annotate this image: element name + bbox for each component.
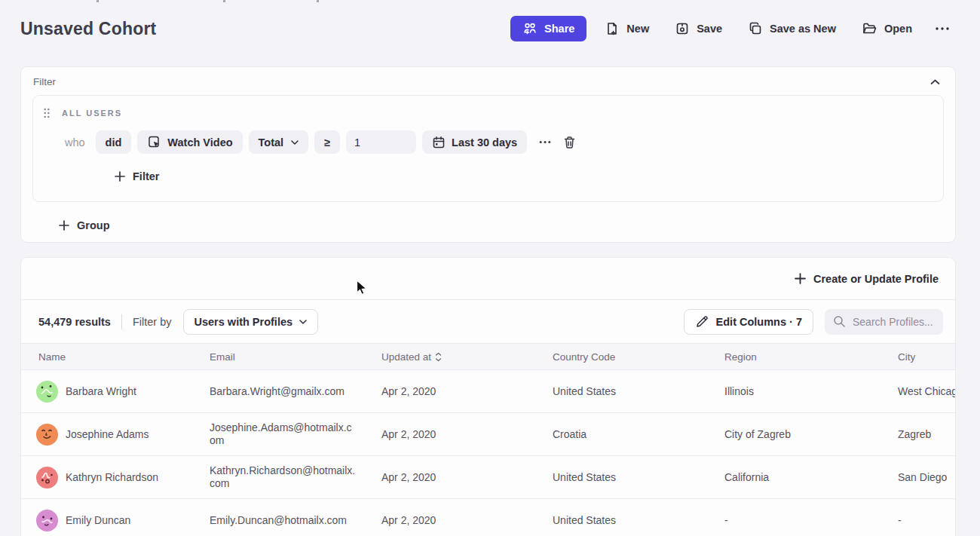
clipped-breadcrumb bbox=[0, 0, 980, 3]
operator-chip[interactable]: ≥ bbox=[314, 130, 340, 154]
table-row[interactable]: Josephine Adams Josephine.Adams@hotmailx… bbox=[21, 413, 955, 456]
open-button[interactable]: Open bbox=[854, 16, 920, 41]
profile-updated-at: Apr 2, 2020 bbox=[381, 385, 553, 397]
more-actions-button[interactable] bbox=[930, 16, 954, 41]
operator-label: ≥ bbox=[324, 136, 330, 149]
filter-panel: Filter ALL USERS who did bbox=[20, 66, 956, 243]
save-as-new-button[interactable]: Save as New bbox=[740, 16, 844, 41]
profile-city: Zagreb bbox=[898, 428, 955, 440]
did-chip[interactable]: did bbox=[96, 130, 132, 154]
event-click-icon bbox=[147, 135, 161, 149]
profile-email: Barbara.Wright@gmailx.com bbox=[210, 385, 357, 398]
plus-icon bbox=[59, 220, 69, 231]
group-title: ALL USERS bbox=[62, 109, 122, 118]
collapse-filter-button[interactable] bbox=[929, 78, 942, 87]
column-header-updated-at[interactable]: Updated at bbox=[381, 351, 553, 363]
page-title: Unsaved Cohort bbox=[20, 19, 156, 39]
profile-name: Barbara Wright bbox=[66, 385, 136, 397]
did-label: did bbox=[106, 136, 122, 149]
save-label: Save bbox=[697, 23, 722, 35]
delete-clause-button[interactable] bbox=[557, 133, 582, 152]
table-row[interactable]: Barbara Wright Barbara.Wright@gmailx.com… bbox=[21, 370, 955, 413]
who-label: who bbox=[65, 136, 85, 149]
save-button[interactable]: Save bbox=[667, 16, 730, 41]
event-chip[interactable]: Watch Video bbox=[137, 130, 242, 154]
chevron-down-icon bbox=[299, 320, 307, 324]
date-range-label: Last 30 days bbox=[452, 136, 517, 149]
new-label: New bbox=[626, 23, 649, 35]
profile-updated-at: Apr 2, 2020 bbox=[381, 428, 553, 440]
sort-icon[interactable] bbox=[435, 352, 442, 362]
column-header-region[interactable]: Region bbox=[724, 351, 898, 363]
results-panel: Create or Update Profile 54,479 results … bbox=[20, 257, 956, 536]
profile-updated-at: Apr 2, 2020 bbox=[381, 471, 553, 483]
table-row[interactable]: Kathryn Richardson Kathryn.Richardson@ho… bbox=[21, 456, 955, 499]
more-horizontal-icon bbox=[935, 26, 950, 31]
plus-icon bbox=[795, 273, 806, 284]
filter-by-label: Filter by bbox=[133, 316, 172, 328]
duplicate-icon bbox=[748, 21, 763, 36]
divider bbox=[121, 314, 122, 329]
column-header-city[interactable]: City bbox=[898, 351, 955, 363]
column-header-name[interactable]: Name bbox=[38, 351, 210, 363]
profile-region: City of Zagreb bbox=[724, 428, 898, 440]
search-input[interactable] bbox=[853, 316, 936, 328]
share-users-icon bbox=[522, 22, 537, 35]
save-as-new-label: Save as New bbox=[770, 23, 836, 35]
add-group-button[interactable]: Group bbox=[59, 219, 110, 231]
avatar bbox=[36, 510, 58, 531]
create-or-update-profile-button[interactable]: Create or Update Profile bbox=[795, 273, 939, 285]
create-profile-row: Create or Update Profile bbox=[21, 258, 955, 300]
edit-columns-label: Edit Columns · 7 bbox=[716, 316, 802, 328]
avatar bbox=[36, 467, 58, 489]
table-row[interactable]: Emily Duncan Emily.Duncan@hotmailx.com A… bbox=[21, 499, 955, 536]
add-filter-button[interactable]: Filter bbox=[115, 170, 159, 182]
profile-region: Illinois bbox=[724, 385, 898, 397]
folder-open-icon bbox=[862, 21, 877, 36]
threshold-input[interactable] bbox=[346, 130, 416, 154]
profile-search[interactable] bbox=[825, 309, 943, 335]
profile-name: Kathryn Richardson bbox=[66, 471, 158, 483]
avatar bbox=[36, 424, 58, 446]
profile-filter-dropdown[interactable]: Users with Profiles bbox=[183, 309, 319, 335]
profile-email: Kathryn.Richardson@hotmailx.com bbox=[210, 464, 357, 490]
search-icon bbox=[833, 315, 846, 328]
share-button[interactable]: Share bbox=[510, 16, 586, 41]
profile-region: California bbox=[724, 471, 898, 483]
results-toolbar: 54,479 results Filter by Users with Prof… bbox=[21, 300, 955, 343]
avatar bbox=[36, 381, 58, 403]
new-file-icon bbox=[605, 21, 620, 36]
profile-country-code: United States bbox=[553, 385, 724, 397]
column-header-email[interactable]: Email bbox=[210, 351, 381, 363]
profile-city: San Diego bbox=[898, 471, 955, 483]
profile-country-code: Croatia bbox=[553, 428, 724, 440]
aggregation-chip[interactable]: Total bbox=[249, 130, 309, 154]
profile-country-code: United States bbox=[553, 514, 724, 526]
plus-icon bbox=[115, 171, 125, 182]
column-header-country-code[interactable]: Country Code bbox=[553, 351, 724, 363]
filter-group-all-users: ALL USERS who did Watch Video Total bbox=[32, 95, 944, 202]
drag-handle-icon[interactable] bbox=[44, 108, 50, 118]
profile-email: Josephine.Adams@hotmailx.com bbox=[210, 421, 357, 447]
results-count: 54,479 results bbox=[38, 316, 111, 328]
profile-country-code: United States bbox=[553, 471, 724, 483]
filter-clause-row: who did Watch Video Total bbox=[65, 130, 931, 154]
share-label: Share bbox=[544, 23, 574, 35]
trash-icon bbox=[563, 136, 576, 149]
edit-columns-button[interactable]: Edit Columns · 7 bbox=[684, 309, 813, 335]
more-horizontal-icon bbox=[539, 140, 551, 144]
page-header: Unsaved Cohort Share New bbox=[20, 14, 954, 44]
profile-filter-value: Users with Profiles bbox=[194, 316, 293, 328]
create-profile-label: Create or Update Profile bbox=[813, 273, 939, 285]
new-button[interactable]: New bbox=[597, 16, 657, 41]
profile-region: - bbox=[724, 514, 898, 526]
profile-name: Emily Duncan bbox=[66, 514, 130, 526]
profile-name: Josephine Adams bbox=[66, 428, 149, 440]
clause-more-button[interactable] bbox=[533, 137, 557, 147]
aggregation-label: Total bbox=[259, 136, 284, 149]
filter-panel-label: Filter bbox=[33, 76, 56, 87]
date-range-chip[interactable]: Last 30 days bbox=[422, 130, 527, 154]
profile-updated-at: Apr 2, 2020 bbox=[381, 514, 553, 526]
add-group-label: Group bbox=[77, 219, 110, 231]
chevron-up-icon bbox=[930, 79, 940, 85]
